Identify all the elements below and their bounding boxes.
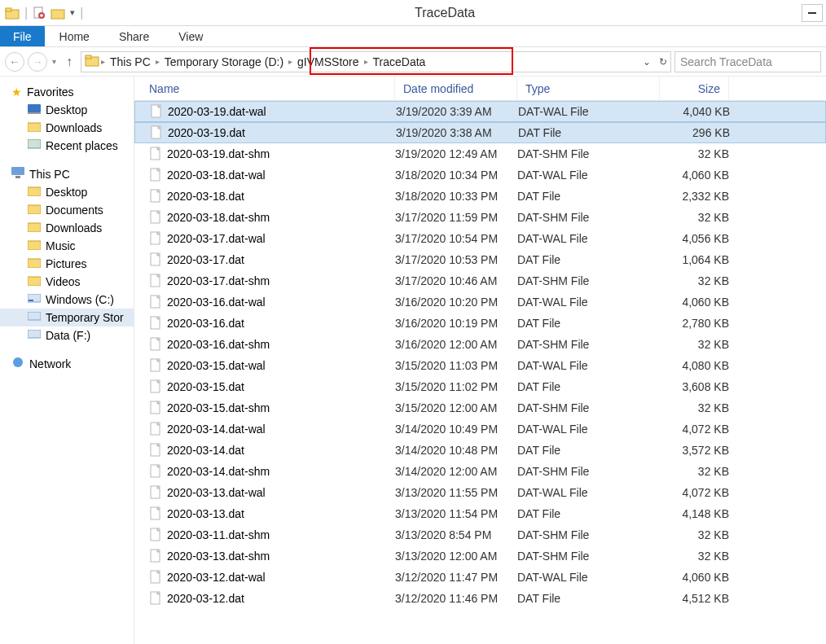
sidebar-network[interactable]: Network (0, 354, 134, 373)
chevron-right-icon[interactable]: ▸ (364, 57, 368, 66)
file-size: 32 KB (660, 528, 729, 541)
svg-rect-17 (28, 241, 41, 250)
table-row[interactable]: 2020-03-14.dat3/14/2020 10:48 PMDAT File… (134, 440, 826, 461)
tab-home[interactable]: Home (45, 26, 104, 46)
address-bar[interactable]: ▸ This PC ▸ Temporary Storage (D:) ▸ gIV… (81, 51, 671, 72)
table-row[interactable]: 2020-03-14.dat-wal3/14/2020 10:49 PMDAT-… (134, 418, 826, 440)
sidebar-item-documents[interactable]: Documents (0, 201, 134, 219)
chevron-right-icon[interactable]: ▸ (101, 57, 105, 66)
table-row[interactable]: 2020-03-15.dat-wal3/15/2020 11:03 PMDAT-… (134, 355, 826, 376)
table-row[interactable]: 2020-03-13.dat-wal3/13/2020 11:55 PMDAT-… (134, 482, 826, 503)
open-folder-icon[interactable] (51, 7, 65, 20)
drive-icon (28, 329, 41, 342)
table-row[interactable]: 2020-03-18.dat-wal3/18/2020 10:34 PMDAT-… (134, 164, 826, 186)
star-icon: ★ (11, 85, 22, 99)
file-icon (149, 168, 162, 182)
file-name: 2020-03-17.dat (167, 253, 244, 266)
svg-rect-12 (11, 167, 24, 175)
sidebar-item-pictures[interactable]: Pictures (0, 255, 134, 273)
back-button[interactable]: ← (5, 52, 24, 72)
table-row[interactable]: 2020-03-13.dat-shm3/13/2020 12:00 AMDAT-… (134, 545, 826, 567)
file-name: 2020-03-19.dat-shm (167, 147, 270, 160)
sidebar-item-desktop[interactable]: Desktop (0, 183, 134, 201)
sidebar-item-desktop[interactable]: Desktop (0, 101, 134, 119)
recent-locations-icon[interactable]: ▾ (51, 57, 58, 66)
file-list[interactable]: 2020-03-19.dat-wal3/19/2020 3:39 AMDAT-W… (134, 101, 826, 644)
sidebar-item-downloads[interactable]: Downloads (0, 219, 134, 237)
file-type: DAT File (517, 253, 660, 266)
file-date: 3/12/2020 11:46 PM (395, 592, 517, 605)
file-size: 4,060 KB (660, 571, 729, 584)
file-name: 2020-03-16.dat-shm (167, 338, 270, 351)
file-name: 2020-03-14.dat (167, 444, 244, 457)
sidebar-item-label: Favorites (27, 85, 74, 99)
breadcrumb-drive[interactable]: Temporary Storage (D:) (161, 54, 287, 70)
column-headers[interactable]: Name Date modified Type Size (134, 77, 826, 101)
table-row[interactable]: 2020-03-15.dat-shm3/15/2020 12:00 AMDAT-… (134, 397, 826, 418)
sidebar-item-data-f-[interactable]: Data (F:) (0, 326, 134, 344)
file-icon (150, 104, 163, 119)
file-type: DAT-WAL File (517, 232, 660, 245)
table-row[interactable]: 2020-03-13.dat3/13/2020 11:54 PMDAT File… (134, 503, 826, 524)
sidebar-item-windows-c-[interactable]: Windows (C:) (0, 291, 134, 309)
address-dropdown-icon[interactable]: ⌄ (643, 56, 651, 68)
file-menu-button[interactable]: File (0, 26, 45, 46)
breadcrumb-folder1[interactable]: gIVMSStore (294, 54, 362, 70)
column-name[interactable]: Name (134, 77, 395, 100)
table-row[interactable]: 2020-03-18.dat3/18/2020 10:33 PMDAT File… (134, 186, 826, 207)
table-row[interactable]: 2020-03-16.dat-wal3/16/2020 10:20 PMDAT-… (134, 291, 826, 313)
tab-view[interactable]: View (164, 26, 217, 46)
file-size: 4,148 KB (660, 507, 729, 520)
qat-divider: | (80, 6, 83, 20)
table-row[interactable]: 2020-03-19.dat3/19/2020 3:38 AMDAT File2… (134, 122, 826, 143)
sidebar-item-downloads[interactable]: Downloads (0, 119, 134, 137)
column-date[interactable]: Date modified (395, 77, 517, 100)
chevron-right-icon[interactable]: ▸ (288, 57, 292, 66)
table-row[interactable]: 2020-03-15.dat3/15/2020 11:02 PMDAT File… (134, 376, 826, 397)
table-row[interactable]: 2020-03-19.dat-wal3/19/2020 3:39 AMDAT-W… (134, 101, 826, 122)
file-size: 4,072 KB (660, 486, 729, 499)
file-size: 32 KB (660, 550, 729, 563)
table-row[interactable]: 2020-03-17.dat3/17/2020 10:53 PMDAT File… (134, 249, 826, 270)
sidebar-item-videos[interactable]: Videos (0, 273, 134, 291)
table-row[interactable]: 2020-03-16.dat3/16/2020 10:19 PMDAT File… (134, 313, 826, 334)
sidebar-favorites[interactable]: ★ Favorites (0, 83, 134, 101)
drive-icon (28, 221, 41, 234)
file-type: DAT-WAL File (517, 169, 660, 182)
sidebar-thispc[interactable]: This PC (0, 164, 134, 183)
table-row[interactable]: 2020-03-17.dat-wal3/17/2020 10:54 PMDAT-… (134, 228, 826, 249)
file-type: DAT-WAL File (517, 571, 660, 584)
refresh-icon[interactable]: ↻ (659, 56, 667, 68)
breadcrumb-folder2[interactable]: TraceData (370, 54, 429, 70)
column-type[interactable]: Type (517, 77, 660, 100)
sidebar-item-music[interactable]: Music (0, 237, 134, 255)
up-button[interactable]: ↑ (61, 54, 77, 70)
search-input[interactable]: Search TraceData (674, 51, 821, 72)
file-name: 2020-03-14.dat-shm (167, 465, 270, 478)
qat-dropdown-icon[interactable]: ▾ (70, 7, 75, 18)
table-row[interactable]: 2020-03-19.dat-shm3/19/2020 12:49 AMDAT-… (134, 143, 826, 164)
chevron-right-icon[interactable]: ▸ (156, 57, 160, 66)
file-type: DAT-SHM File (517, 528, 660, 541)
minimize-button[interactable] (802, 4, 823, 22)
navigation-pane[interactable]: ★ Favorites Desktop Downloads Recent pla… (0, 77, 134, 644)
table-row[interactable]: 2020-03-18.dat-shm3/17/2020 11:59 PMDAT-… (134, 207, 826, 228)
sidebar-item-label: Temporary Stor (46, 311, 124, 324)
table-row[interactable]: 2020-03-11.dat-shm3/13/2020 8:54 PMDAT-S… (134, 524, 826, 545)
file-date: 3/14/2020 12:00 AM (395, 465, 517, 478)
table-row[interactable]: 2020-03-12.dat-wal3/12/2020 11:47 PMDAT-… (134, 567, 826, 588)
file-icon (149, 316, 162, 331)
column-size[interactable]: Size (660, 77, 729, 100)
folder-icon (28, 121, 41, 134)
table-row[interactable]: 2020-03-14.dat-shm3/14/2020 12:00 AMDAT-… (134, 461, 826, 482)
sidebar-item-recent[interactable]: Recent places (0, 137, 134, 155)
tab-share[interactable]: Share (104, 26, 164, 46)
breadcrumb-thispc[interactable]: This PC (107, 54, 154, 70)
file-date: 3/13/2020 11:54 PM (395, 507, 517, 520)
table-row[interactable]: 2020-03-16.dat-shm3/16/2020 12:00 AMDAT-… (134, 334, 826, 355)
sidebar-item-temporary-stor[interactable]: Temporary Stor (0, 309, 134, 326)
forward-button[interactable]: → (28, 52, 47, 72)
table-row[interactable]: 2020-03-12.dat3/12/2020 11:46 PMDAT File… (134, 588, 826, 609)
table-row[interactable]: 2020-03-17.dat-shm3/17/2020 10:46 AMDAT-… (134, 270, 826, 291)
new-file-icon[interactable] (33, 7, 46, 20)
